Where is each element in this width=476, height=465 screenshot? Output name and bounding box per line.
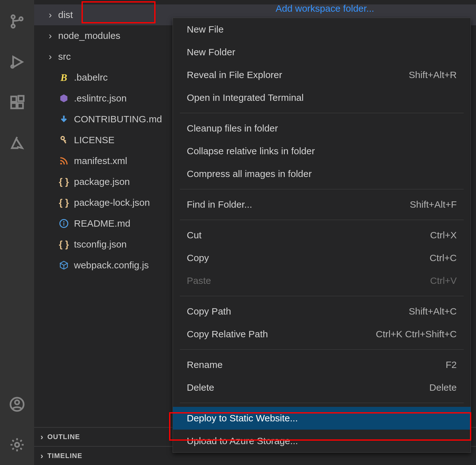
- context-menu-label: New File: [187, 24, 224, 35]
- context-menu-item[interactable]: CopyCtrl+C: [173, 247, 471, 269]
- tree-item-label: LICENSE: [74, 135, 114, 145]
- context-menu-item[interactable]: New Folder: [173, 41, 471, 64]
- braces-icon: { }: [58, 197, 70, 208]
- context-menu-label: Delete: [187, 382, 214, 393]
- settings-gear-icon[interactable]: [4, 432, 30, 457]
- svg-point-10: [15, 400, 19, 404]
- tree-item-label: README.md: [74, 218, 130, 229]
- azure-icon[interactable]: [4, 130, 30, 156]
- context-menu-separator: [180, 403, 464, 403]
- context-menu-item[interactable]: Copy Relative PathCtrl+K Ctrl+Shift+C: [173, 323, 471, 346]
- braces-icon: { }: [58, 239, 70, 250]
- context-menu-label: Deploy to Static Website...: [187, 413, 298, 424]
- context-menu-label: Compress all images in folder: [187, 168, 312, 179]
- key-icon: [58, 134, 70, 146]
- svg-point-0: [11, 15, 15, 18]
- svg-marker-12: [60, 95, 68, 102]
- context-menu-label: Paste: [187, 275, 211, 286]
- svg-point-14: [60, 163, 62, 165]
- context-menu-item[interactable]: Deploy to Static Website...: [173, 407, 471, 430]
- svg-rect-5: [11, 96, 16, 102]
- context-menu-shortcut: Ctrl+C: [430, 253, 457, 263]
- md-down-icon: [58, 113, 70, 125]
- tree-item-label: tsconfig.json: [74, 239, 127, 250]
- tree-item-label: node_modules: [58, 30, 120, 41]
- context-menu-item[interactable]: Copy PathShift+Alt+C: [173, 300, 471, 323]
- context-menu-item[interactable]: Find in Folder...Shift+Alt+F: [173, 193, 471, 216]
- tree-item-label: dist: [58, 9, 73, 20]
- context-menu-item: PasteCtrl+V: [173, 269, 471, 292]
- context-menu-shortcut: Ctrl+X: [430, 230, 457, 241]
- cube-icon: [58, 260, 70, 271]
- context-menu-label: Open in Integrated Terminal: [187, 92, 304, 103]
- tree-item-label: webpack.config.js: [74, 260, 149, 271]
- source-control-icon[interactable]: [4, 9, 30, 34]
- context-menu-shortcut: Ctrl+K Ctrl+Shift+C: [376, 329, 457, 340]
- context-menu-label: Find in Folder...: [187, 199, 252, 210]
- context-menu-shortcut: Delete: [429, 382, 457, 393]
- extensions-icon[interactable]: [4, 90, 30, 115]
- context-menu: New FileNew FolderReveal in File Explore…: [173, 18, 471, 453]
- context-menu-label: Copy Path: [187, 306, 231, 317]
- tree-item-label: CONTRIBUTING.md: [74, 114, 162, 125]
- svg-rect-17: [64, 223, 64, 226]
- babel-icon: B: [58, 72, 70, 83]
- svg-rect-8: [18, 96, 24, 101]
- chevron-right-icon: ›: [46, 30, 55, 41]
- context-menu-item[interactable]: Reveal in File ExplorerShift+Alt+R: [173, 64, 471, 86]
- run-debug-icon[interactable]: [4, 49, 30, 75]
- context-menu-separator: [180, 349, 464, 350]
- tree-item-label: package.json: [74, 176, 130, 187]
- context-menu-shortcut: Ctrl+V: [430, 275, 457, 286]
- context-menu-label: Rename: [187, 359, 223, 370]
- info-icon: [58, 218, 70, 229]
- context-menu-separator: [180, 189, 464, 189]
- svg-rect-6: [11, 103, 16, 108]
- tree-item-label: package-lock.json: [74, 197, 150, 208]
- chevron-right-icon: ›: [40, 451, 44, 461]
- context-menu-item[interactable]: Compress all images in folder: [173, 162, 471, 185]
- context-menu-label: Cleanup files in folder: [187, 123, 278, 134]
- context-menu-separator: [180, 296, 464, 296]
- context-menu-label: Collapse relative links in folder: [187, 146, 315, 156]
- braces-icon: { }: [58, 176, 70, 187]
- svg-point-11: [15, 443, 19, 447]
- context-menu-shortcut: Shift+Alt+F: [410, 199, 457, 210]
- svg-point-1: [11, 24, 15, 28]
- chevron-right-icon: ›: [40, 432, 44, 442]
- context-menu-label: Copy Relative Path: [187, 329, 268, 340]
- svg-point-2: [19, 17, 22, 20]
- context-menu-item[interactable]: Collapse relative links in folder: [173, 140, 471, 162]
- context-menu-label: Reveal in File Explorer: [187, 70, 282, 80]
- panel-title: TIMELINE: [47, 452, 82, 460]
- tree-item-label: manifest.xml: [74, 156, 127, 166]
- svg-marker-3: [13, 57, 22, 67]
- context-menu-shortcut: Shift+Alt+C: [409, 306, 457, 317]
- context-menu-label: Cut: [187, 230, 202, 241]
- hex-icon: [58, 93, 70, 104]
- rss-icon: [58, 155, 70, 167]
- context-menu-item[interactable]: DeleteDelete: [173, 376, 471, 399]
- activity-bar: [0, 0, 34, 465]
- tree-item-label: src: [58, 51, 71, 62]
- context-menu-shortcut: F2: [446, 359, 457, 370]
- chevron-right-icon: ›: [46, 51, 55, 62]
- accounts-icon[interactable]: [4, 392, 30, 417]
- context-menu-item[interactable]: CutCtrl+X: [173, 224, 471, 247]
- context-menu-item[interactable]: RenameF2: [173, 353, 471, 376]
- svg-point-16: [63, 221, 64, 222]
- tree-item-label: .eslintrc.json: [74, 93, 127, 104]
- chevron-right-icon: ›: [46, 9, 55, 20]
- context-menu-separator: [180, 113, 464, 113]
- panel-title: OUTLINE: [47, 433, 80, 441]
- svg-rect-7: [18, 103, 23, 108]
- context-menu-label: New Folder: [187, 47, 235, 58]
- context-menu-item[interactable]: Upload to Azure Storage...: [173, 430, 471, 452]
- context-menu-item[interactable]: Cleanup files in folder: [173, 117, 471, 140]
- context-menu-label: Upload to Azure Storage...: [187, 436, 298, 446]
- app-root: ›dist›node_modules›srcB.babelrc.eslintrc…: [0, 0, 476, 465]
- tree-item-label: .babelrc: [74, 72, 108, 83]
- add-workspace-folder-link[interactable]: Add workspace folder...: [276, 3, 374, 14]
- context-menu-item[interactable]: New File: [173, 18, 471, 41]
- context-menu-item[interactable]: Open in Integrated Terminal: [173, 86, 471, 109]
